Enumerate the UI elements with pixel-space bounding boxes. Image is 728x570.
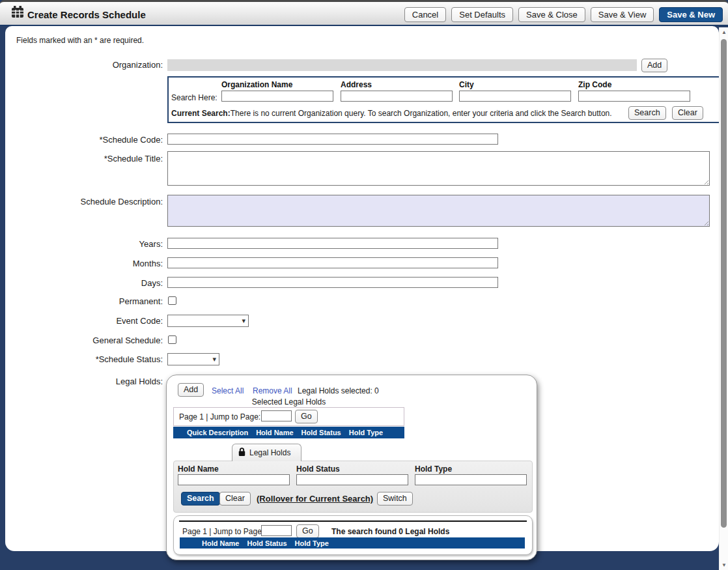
legal-holds-selected-count: Legal Holds selected: 0 xyxy=(298,386,379,395)
resize-handle-icon[interactable] xyxy=(703,220,708,225)
org-col-header-name: Organization Name xyxy=(221,80,292,89)
divider xyxy=(179,520,527,522)
hold-status-label: Hold Status xyxy=(296,464,340,474)
col-hold-type: Hold Type xyxy=(349,429,383,436)
hold-type-input[interactable] xyxy=(415,474,527,485)
org-city-search-input[interactable] xyxy=(459,91,571,102)
legal-holds-add-button[interactable]: Add xyxy=(178,383,204,397)
general-schedule-checkbox[interactable] xyxy=(168,335,176,344)
org-current-search: Current Search:There is no current Organ… xyxy=(171,109,612,118)
search-here-label: Search Here: xyxy=(171,93,217,102)
rollover-current-search-text[interactable]: (Rollover for Current Search) xyxy=(257,494,373,504)
save-view-button[interactable]: Save & View xyxy=(591,7,654,22)
col-hold-status: Hold Status xyxy=(301,429,341,436)
selected-legal-holds-title: Selected Legal Holds xyxy=(173,397,404,406)
org-col-header-address: Address xyxy=(341,80,372,89)
legal-holds-popup: Add Select All Remove All Legal Holds se… xyxy=(166,375,537,560)
hold-name-input[interactable] xyxy=(178,474,290,485)
resize-handle-icon[interactable] xyxy=(703,178,708,184)
res-col-hold-type: Hold Type xyxy=(295,539,329,547)
chevron-down-icon: ▾ xyxy=(212,355,216,363)
res-col-hold-status: Hold Status xyxy=(247,539,287,547)
org-clear-button[interactable]: Clear xyxy=(672,106,703,120)
organization-add-button[interactable]: Add xyxy=(641,59,667,72)
selected-pager-text: Page 1 | Jump to Page: xyxy=(179,412,260,421)
schedule-code-label: *Schedule Code: xyxy=(5,134,163,145)
header-actions: Cancel Set Defaults Save & Close Save & … xyxy=(404,7,723,22)
save-close-button[interactable]: Save & Close xyxy=(518,7,585,22)
selected-jump-page-input[interactable] xyxy=(261,410,292,421)
holds-search-button[interactable]: Search xyxy=(181,492,220,506)
days-label: Days: xyxy=(5,278,163,289)
permanent-checkbox[interactable] xyxy=(168,296,176,305)
days-input[interactable] xyxy=(167,277,498,288)
save-new-button[interactable]: Save & New xyxy=(659,7,723,22)
results-jump-page-input[interactable] xyxy=(261,525,292,536)
org-zip-search-input[interactable] xyxy=(578,91,690,102)
legal-holds-results-box: Page 1 | Jump to Page: Go The search fou… xyxy=(173,515,533,555)
legal-holds-label: Legal Holds: xyxy=(5,376,163,387)
selected-go-button[interactable]: Go xyxy=(295,410,318,423)
organization-value-field xyxy=(167,59,637,71)
scrollbar-thumb[interactable] xyxy=(721,39,727,528)
schedule-title-textarea[interactable] xyxy=(167,151,710,186)
schedule-status-label: *Schedule Status: xyxy=(5,354,163,365)
general-schedule-label: General Schedule: xyxy=(5,335,163,346)
col-quick-description: Quick Description xyxy=(187,429,248,436)
holds-switch-button[interactable]: Switch xyxy=(377,492,413,506)
schedule-code-input[interactable] xyxy=(167,134,498,145)
col-hold-name: Hold Name xyxy=(256,429,293,436)
years-input[interactable] xyxy=(167,238,498,249)
lock-icon xyxy=(237,447,247,459)
calendar-icon xyxy=(11,6,24,20)
months-input[interactable] xyxy=(167,257,498,268)
legal-holds-search-panel: Hold Name Hold Status Hold Type Search C… xyxy=(173,461,533,513)
title-bar: Create Records Schedule Cancel Set Defau… xyxy=(0,0,728,26)
chevron-down-icon: ▾ xyxy=(242,317,245,325)
results-found-text: The search found 0 Legal Holds xyxy=(331,527,449,536)
legal-holds-tab-label: Legal Holds xyxy=(249,448,290,457)
selected-holds-pager-box: Page 1 | Jump to Page: Go xyxy=(173,407,404,426)
results-go-button[interactable]: Go xyxy=(296,524,319,538)
vertical-scrollbar[interactable]: ▲ ▼ xyxy=(719,27,728,570)
required-fields-note: Fields marked with an * are required. xyxy=(16,36,144,45)
scroll-down-icon[interactable]: ▼ xyxy=(720,562,728,568)
page-title: Create Records Schedule xyxy=(27,9,146,20)
results-header-row: Hold Name Hold Status Hold Type xyxy=(180,537,525,549)
schedule-title-label: *Schedule Title: xyxy=(5,153,163,164)
event-code-select[interactable]: ▾ xyxy=(167,315,249,327)
set-defaults-button[interactable]: Set Defaults xyxy=(451,7,513,22)
org-name-search-input[interactable] xyxy=(221,91,333,102)
org-address-search-input[interactable] xyxy=(341,91,453,102)
remove-all-link[interactable]: Remove All xyxy=(253,386,292,395)
org-search-button[interactable]: Search xyxy=(628,106,666,120)
res-col-hold-name: Hold Name xyxy=(202,539,239,547)
event-code-label: Event Code: xyxy=(5,315,163,326)
organization-label: Organization: xyxy=(5,59,163,70)
hold-type-label: Hold Type xyxy=(415,464,452,474)
scroll-up-icon[interactable]: ▲ xyxy=(720,29,728,35)
org-col-header-city: City xyxy=(459,80,474,89)
org-current-search-label: Current Search: xyxy=(171,109,231,118)
permanent-label: Permanent: xyxy=(5,296,163,307)
schedule-status-select[interactable]: ▾ xyxy=(167,353,219,365)
holds-clear-button[interactable]: Clear xyxy=(219,492,251,506)
months-label: Months: xyxy=(5,258,163,269)
selected-holds-header-row: Quick Description Hold Name Hold Status … xyxy=(173,427,404,438)
cancel-button[interactable]: Cancel xyxy=(404,7,446,22)
schedule-description-textarea[interactable] xyxy=(167,195,710,227)
hold-status-input[interactable] xyxy=(296,474,408,485)
schedule-description-label: Schedule Description: xyxy=(5,196,163,207)
page: { "window": { "title": "Create Records S… xyxy=(0,0,728,570)
organization-search-panel: Organization Name Address City Zip Code … xyxy=(167,76,719,123)
org-col-header-zip: Zip Code xyxy=(578,80,611,89)
years-label: Years: xyxy=(5,238,163,249)
org-current-search-text: There is no current Organization query. … xyxy=(231,109,612,118)
results-pager-text: Page 1 | Jump to Page: xyxy=(182,527,264,536)
select-all-link[interactable]: Select All xyxy=(212,386,244,395)
legal-holds-tab[interactable]: Legal Holds xyxy=(232,444,301,461)
hold-name-label: Hold Name xyxy=(178,464,219,474)
